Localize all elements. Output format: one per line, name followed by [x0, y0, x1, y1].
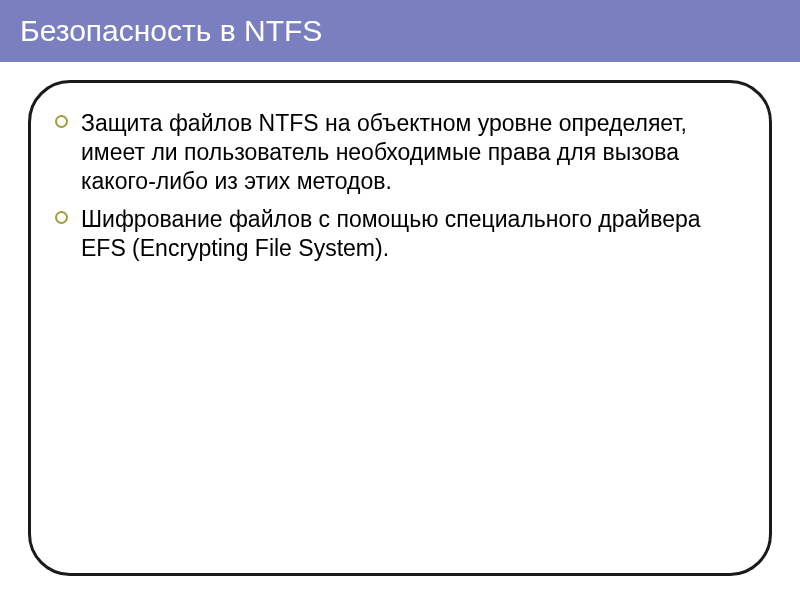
- bullet-icon: [55, 115, 68, 128]
- slide-title-bar: Безопасность в NTFS: [0, 0, 800, 64]
- bullet-icon: [55, 211, 68, 224]
- list-item: Защита файлов NTFS на объектном уровне о…: [81, 109, 733, 195]
- bullet-text: Шифрование файлов с помощью специального…: [81, 206, 701, 261]
- list-item: Шифрование файлов с помощью специального…: [81, 205, 733, 263]
- slide-title: Безопасность в NTFS: [20, 14, 322, 47]
- bullet-text: Защита файлов NTFS на объектном уровне о…: [81, 110, 687, 194]
- content-frame: Защита файлов NTFS на объектном уровне о…: [28, 80, 772, 576]
